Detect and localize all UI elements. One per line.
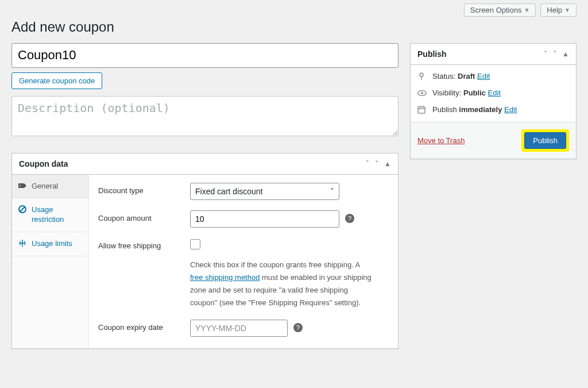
coupon-data-box: Coupon data ˄ ˅ ▲ General: [11, 153, 399, 349]
expiry-date-input[interactable]: [190, 320, 288, 337]
publish-box: Publish ˄ ˅ ▲ Status: Draft Edit: [410, 43, 577, 159]
eye-icon: [417, 90, 427, 96]
box-move-down-icon[interactable]: ˅: [375, 160, 378, 168]
pin-icon: [417, 72, 427, 80]
svg-point-10: [421, 92, 423, 94]
screen-options-button[interactable]: Screen Options ▼: [464, 3, 536, 17]
help-icon[interactable]: ?: [293, 323, 303, 332]
visibility-edit-link[interactable]: Edit: [488, 89, 501, 97]
status-value: Draft: [458, 72, 475, 80]
svg-rect-11: [418, 107, 425, 113]
discount-type-label: Discount type: [98, 183, 190, 195]
schedule-value: immediately: [459, 105, 502, 114]
coupon-amount-label: Coupon amount: [98, 210, 190, 222]
publish-box-title: Publish: [417, 49, 447, 59]
svg-point-7: [420, 73, 423, 76]
publish-button[interactable]: Publish: [524, 132, 566, 149]
ban-icon: [18, 205, 27, 213]
status-edit-link[interactable]: Edit: [477, 72, 490, 80]
help-button[interactable]: Help ▼: [540, 3, 577, 17]
tab-usage-restriction[interactable]: Usage restriction: [12, 198, 88, 232]
move-to-trash-link[interactable]: Move to Trash: [417, 136, 465, 145]
discount-type-value: Fixed cart discount: [195, 187, 263, 196]
tab-label: Usage limits: [32, 239, 72, 249]
tab-label: General: [32, 182, 58, 191]
discount-type-select[interactable]: Fixed cart discount ˅: [190, 183, 339, 200]
caret-down-icon: ▼: [564, 7, 570, 13]
coupon-data-title: Coupon data: [19, 159, 68, 168]
coupon-code-input[interactable]: [11, 43, 399, 68]
coupon-amount-input[interactable]: [190, 210, 339, 228]
schedule-edit-link[interactable]: Edit: [504, 105, 517, 114]
free-shipping-label: Allow free shipping: [98, 238, 190, 250]
tag-icon: [18, 182, 27, 190]
free-shipping-description: Check this box if the coupon grants free…: [190, 259, 374, 309]
box-toggle-icon[interactable]: ▲: [562, 50, 569, 58]
page-title: Add new coupon: [11, 19, 577, 35]
free-shipping-checkbox[interactable]: [190, 239, 200, 249]
box-move-up-icon[interactable]: ˄: [366, 160, 369, 168]
status-label: Status:: [432, 72, 455, 80]
visibility-value: Public: [463, 89, 486, 97]
sliders-icon: [18, 239, 27, 247]
free-shipping-method-link[interactable]: free shipping method: [190, 273, 260, 282]
expiry-date-label: Coupon expiry date: [98, 320, 190, 332]
description-textarea[interactable]: [11, 96, 399, 136]
box-move-down-icon[interactable]: ˅: [553, 50, 556, 58]
publish-button-highlight: Publish: [521, 129, 569, 152]
help-label: Help: [547, 6, 562, 14]
tab-general[interactable]: General: [12, 175, 88, 199]
calendar-icon: [417, 106, 427, 114]
tab-label: Usage restriction: [32, 205, 83, 225]
chevron-down-icon: ˅: [330, 187, 334, 196]
svg-point-0: [20, 185, 21, 186]
help-icon[interactable]: ?: [345, 214, 354, 223]
schedule-label: Publish: [432, 105, 457, 114]
svg-line-2: [20, 207, 25, 212]
screen-options-label: Screen Options: [470, 6, 522, 14]
box-move-up-icon[interactable]: ˄: [544, 50, 547, 58]
visibility-label: Visibility:: [432, 89, 461, 97]
box-toggle-icon[interactable]: ▲: [384, 160, 391, 168]
generate-coupon-code-button[interactable]: Generate coupon code: [11, 72, 102, 89]
tab-usage-limits[interactable]: Usage limits: [12, 232, 88, 256]
caret-down-icon: ▼: [524, 7, 529, 13]
